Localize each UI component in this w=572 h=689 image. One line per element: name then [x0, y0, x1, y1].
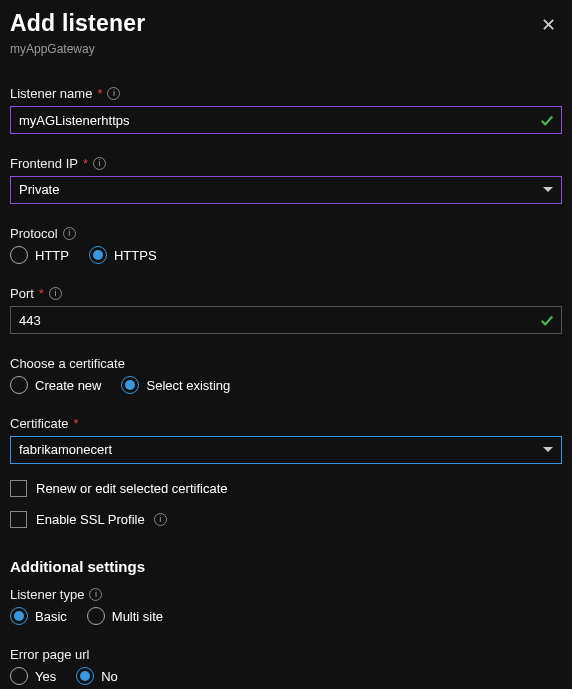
error-page-no-radio[interactable]: No	[76, 667, 118, 685]
listener-type-basic-radio[interactable]: Basic	[10, 607, 67, 625]
close-button[interactable]: ✕	[535, 10, 562, 40]
error-page-label: Error page url	[10, 647, 89, 662]
page-subtitle: myAppGateway	[10, 42, 562, 56]
radio-label: Basic	[35, 609, 67, 624]
listener-type-label: Listener type	[10, 587, 84, 602]
radio-label: HTTP	[35, 248, 69, 263]
choose-cert-label: Choose a certificate	[10, 356, 125, 371]
frontend-ip-select[interactable]: Private	[10, 176, 562, 204]
close-icon: ✕	[541, 15, 556, 35]
certificate-select[interactable]: fabrikamonecert	[10, 436, 562, 464]
additional-settings-heading: Additional settings	[10, 558, 562, 575]
validation-check-icon	[540, 313, 554, 327]
info-icon[interactable]: i	[89, 588, 102, 601]
radio-label: HTTPS	[114, 248, 157, 263]
certificate-label: Certificate	[10, 416, 69, 431]
checkbox-label: Enable SSL Profile	[36, 512, 145, 527]
certificate-value: fabrikamonecert	[10, 436, 562, 464]
listener-name-label: Listener name	[10, 86, 92, 101]
port-label: Port	[10, 286, 34, 301]
cert-create-new-radio[interactable]: Create new	[10, 376, 101, 394]
listener-name-input[interactable]	[10, 106, 562, 134]
frontend-ip-value: Private	[10, 176, 562, 204]
info-icon[interactable]: i	[63, 227, 76, 240]
frontend-ip-label: Frontend IP	[10, 156, 78, 171]
radio-label: Select existing	[146, 378, 230, 393]
checkbox-icon	[10, 511, 27, 528]
checkbox-icon	[10, 480, 27, 497]
required-marker: *	[83, 156, 88, 171]
listener-type-multi-radio[interactable]: Multi site	[87, 607, 163, 625]
required-marker: *	[97, 86, 102, 101]
error-page-yes-radio[interactable]: Yes	[10, 667, 56, 685]
radio-label: Multi site	[112, 609, 163, 624]
info-icon[interactable]: i	[154, 513, 167, 526]
checkbox-label: Renew or edit selected certificate	[36, 481, 227, 496]
required-marker: *	[39, 286, 44, 301]
info-icon[interactable]: i	[107, 87, 120, 100]
chevron-down-icon	[542, 444, 554, 456]
radio-label: No	[101, 669, 118, 684]
required-marker: *	[74, 416, 79, 431]
port-input[interactable]	[10, 306, 562, 334]
radio-label: Create new	[35, 378, 101, 393]
page-title: Add listener	[10, 10, 145, 37]
info-icon[interactable]: i	[93, 157, 106, 170]
enable-ssl-checkbox[interactable]: Enable SSL Profile i	[10, 511, 562, 528]
cert-select-existing-radio[interactable]: Select existing	[121, 376, 230, 394]
protocol-http-radio[interactable]: HTTP	[10, 246, 69, 264]
info-icon[interactable]: i	[49, 287, 62, 300]
protocol-label: Protocol	[10, 226, 58, 241]
validation-check-icon	[540, 113, 554, 127]
renew-cert-checkbox[interactable]: Renew or edit selected certificate	[10, 480, 562, 497]
chevron-down-icon	[542, 184, 554, 196]
protocol-https-radio[interactable]: HTTPS	[89, 246, 157, 264]
radio-label: Yes	[35, 669, 56, 684]
